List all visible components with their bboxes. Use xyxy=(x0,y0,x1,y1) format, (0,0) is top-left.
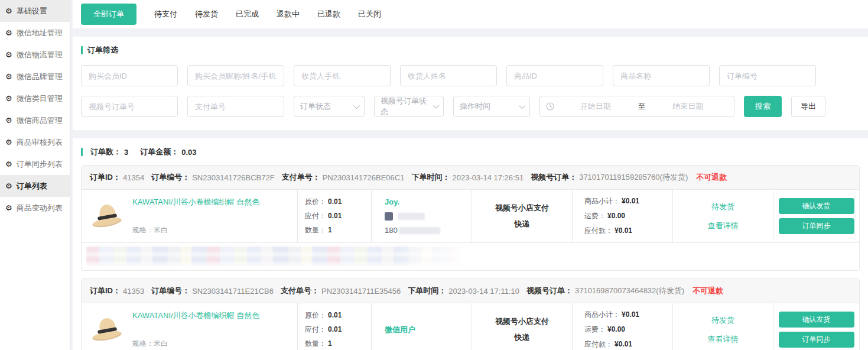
sidebar-item-label: 订单同步列表 xyxy=(17,159,63,170)
filter-row-2: 订单状态 视频号订单状态 操作时间 开始日期 至 结束日期 搜索 xyxy=(81,96,860,117)
order-id-value: 41354 xyxy=(123,173,144,182)
order-header: 订单ID：41354 订单编号：SN2303141726BCB72F 支付单号：… xyxy=(82,166,859,190)
receiver-phone-input[interactable] xyxy=(294,65,391,86)
order-status-select[interactable]: 订单状态 xyxy=(294,96,365,117)
product-info: KAWATANI/川谷小卷檐编织帽 自然色 规格：米白 xyxy=(132,197,259,235)
sidebar-item-wechat-brand[interactable]: ⚙微信品牌管理 xyxy=(0,66,70,88)
tab-completed[interactable]: 已完成 xyxy=(236,9,259,20)
sidebar-item-product-review-list[interactable]: ⚙商品审核列表 xyxy=(0,131,70,153)
order-body: KAWATANI/川谷小卷檐编织帽 自然色 规格：米白 原价：0.01 应付：0… xyxy=(82,190,859,242)
tab-refunded[interactable]: 已退款 xyxy=(317,9,340,20)
price-cell: 原价：0.01 应付：0.01 数量：1 xyxy=(298,303,372,350)
tab-all-orders[interactable]: 全部订单 xyxy=(81,4,136,25)
date-start-input[interactable]: 开始日期 xyxy=(555,101,636,112)
quantity: 数量：1 xyxy=(305,225,364,235)
delivery-method: 快递 xyxy=(515,332,530,343)
redacted-text xyxy=(399,227,440,234)
channel-order-label: 视频号订单： xyxy=(531,172,577,183)
order-count-label: 订单数： xyxy=(90,147,121,157)
confirm-ship-button[interactable]: 确认发货 xyxy=(779,312,854,328)
order-card: 订单ID：41353 订单编号：SN2303141711E21CB6 支付单号：… xyxy=(81,278,860,350)
order-sync-button[interactable]: 订单同步 xyxy=(779,332,854,348)
product-id-input[interactable] xyxy=(506,65,603,86)
address-row xyxy=(82,242,859,270)
payment-no-value: PN2303141711E35456 xyxy=(321,287,401,296)
sidebar-item-label: 微信物流管理 xyxy=(17,50,63,60)
payment-no-label: 支付单号： xyxy=(282,172,320,183)
search-button[interactable]: 搜索 xyxy=(744,96,782,117)
payment-no-input[interactable] xyxy=(187,96,284,117)
date-end-input[interactable]: 结束日期 xyxy=(648,101,729,112)
filter-title-text: 订单筛选 xyxy=(87,45,118,56)
status-cell: 待发货 查看详情 xyxy=(673,190,773,242)
order-time-value: 2023-03-14 17:11:10 xyxy=(448,287,519,296)
sidebar-item-label: 微信地址管理 xyxy=(17,28,63,38)
sidebar-item-wechat-product[interactable]: ⚙微信商品管理 xyxy=(0,109,70,131)
buyer-member-info-input[interactable] xyxy=(187,65,284,86)
sidebar-item-basic-settings[interactable]: ⚙基础设置 xyxy=(0,0,70,22)
gear-icon: ⚙ xyxy=(5,7,12,15)
sidebar-item-wechat-address[interactable]: ⚙微信地址管理 xyxy=(0,22,70,44)
buyer-nickname: 微信用户 xyxy=(385,325,464,335)
sidebar-item-product-change-list[interactable]: ⚙商品变动列表 xyxy=(0,197,70,219)
channel-order-value: 3710170119159285760(待发货) xyxy=(579,172,688,183)
order-status-select-value: 订单状态 xyxy=(300,101,331,112)
filter-row-1 xyxy=(81,65,860,86)
buyer-member-id-input[interactable] xyxy=(81,65,178,86)
buyer-phone: 180 xyxy=(385,226,464,235)
sidebar-item-wechat-logistics[interactable]: ⚙微信物流管理 xyxy=(0,44,70,66)
tab-pending-payment[interactable]: 待支付 xyxy=(154,9,177,20)
product-info: KAWATANI/川谷小卷檐编织帽 自然色 规格：米白 xyxy=(132,310,259,349)
receiver-name-input[interactable] xyxy=(400,65,497,86)
payment-method: 视频号小店支付 xyxy=(495,316,549,327)
product-name-link[interactable]: KAWATANI/川谷小卷檐编织帽 自然色 xyxy=(132,310,259,321)
sidebar-item-order-sync-list[interactable]: ⚙订单同步列表 xyxy=(0,153,70,175)
date-range-picker[interactable]: 开始日期 至 结束日期 xyxy=(539,96,734,117)
order-sync-button[interactable]: 订单同步 xyxy=(779,218,854,234)
order-header: 订单ID：41353 订单编号：SN2303141711E21CB6 支付单号：… xyxy=(82,279,859,303)
tab-refunding[interactable]: 退款中 xyxy=(277,9,300,20)
operate-time-select-value: 操作时间 xyxy=(460,101,490,112)
sidebar-item-wechat-category[interactable]: ⚙微信类目管理 xyxy=(0,88,70,109)
view-detail-link[interactable]: 查看详情 xyxy=(708,334,739,345)
freight: 运费：¥0.00 xyxy=(584,211,672,221)
tab-pending-shipment[interactable]: 待发货 xyxy=(195,9,218,20)
sidebar-item-label: 商品审核列表 xyxy=(17,137,63,148)
export-button[interactable]: 导出 xyxy=(791,96,825,117)
payment-method: 视频号小店支付 xyxy=(495,203,549,213)
status-badge: 待发货 xyxy=(711,315,734,326)
order-sn-input[interactable] xyxy=(719,65,816,86)
payment-cell: 视频号小店支付 快递 xyxy=(472,190,573,242)
buyer-cell: Joy. 180 xyxy=(372,190,472,242)
sidebar-item-label: 基础设置 xyxy=(17,6,47,17)
amounts-cell: 商品小计：¥0.01 运费：¥0.00 应付款：¥0.01 xyxy=(573,303,673,350)
order-card: 订单ID：41354 订单编号：SN2303141726BCB72F 支付单号：… xyxy=(81,165,860,271)
confirm-ship-button[interactable]: 确认发货 xyxy=(779,198,854,214)
sidebar-item-label: 订单列表 xyxy=(17,181,47,192)
sidebar-item-label: 微信商品管理 xyxy=(17,115,63,126)
freight: 运费：¥0.00 xyxy=(584,325,672,335)
channel-order-no-input[interactable] xyxy=(81,96,178,117)
order-time-value: 2023-03-14 17:26:51 xyxy=(452,173,524,182)
payable-price: 应付：0.01 xyxy=(305,325,364,335)
payment-cell: 视频号小店支付 快递 xyxy=(472,303,573,350)
sidebar-item-order-list[interactable]: ⚙订单列表 xyxy=(0,175,70,197)
redacted-address-blur xyxy=(86,247,469,265)
actions-cell: 确认发货 订单同步 xyxy=(773,303,859,350)
order-id-label: 订单ID： xyxy=(90,286,121,296)
view-detail-link[interactable]: 查看详情 xyxy=(708,221,739,231)
channel-order-value: 3710169870073464832(待发货) xyxy=(575,286,684,296)
date-range-separator: 至 xyxy=(636,101,648,112)
operate-time-select[interactable]: 操作时间 xyxy=(453,96,530,117)
channel-order-status-select[interactable]: 视频号订单状态 xyxy=(374,96,444,117)
order-body: KAWATANI/川谷小卷檐编织帽 自然色 规格：米白 原价：0.01 应付：0… xyxy=(82,303,859,350)
order-sn-value: SN2303141726BCB72F xyxy=(192,173,275,182)
product-name-input[interactable] xyxy=(613,65,710,86)
actions-cell: 确认发货 订单同步 xyxy=(773,190,859,242)
product-name-link[interactable]: KAWATANI/川谷小卷檐编织帽 自然色 xyxy=(132,197,259,208)
product-image xyxy=(91,203,123,230)
tab-closed[interactable]: 已关闭 xyxy=(358,9,381,20)
sidebar-item-label: 商品变动列表 xyxy=(17,203,63,213)
clock-icon xyxy=(546,102,554,111)
gear-icon: ⚙ xyxy=(5,204,12,212)
